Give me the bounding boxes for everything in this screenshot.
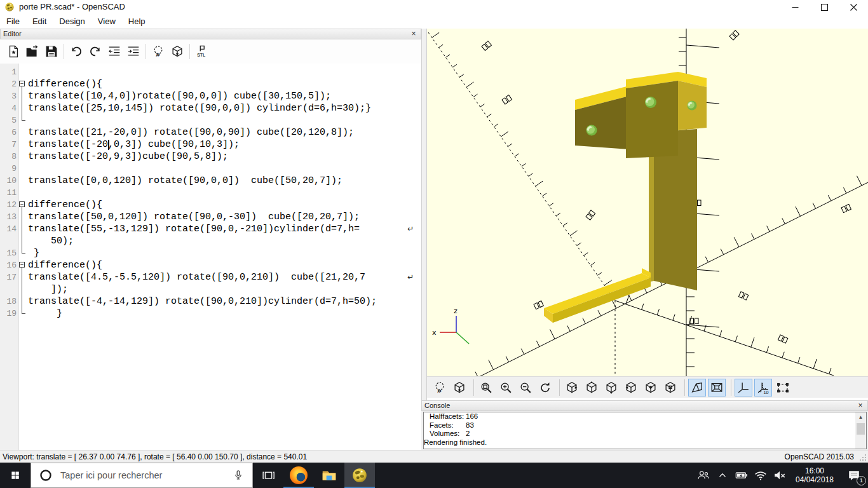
code-line[interactable]: ]); xyxy=(0,283,421,295)
view-back-button[interactable] xyxy=(661,379,679,396)
text-caret xyxy=(108,140,109,150)
menu-design[interactable]: Design xyxy=(53,14,91,29)
code-line[interactable]: 50); xyxy=(0,235,421,247)
code-line[interactable]: 17translate([4.5,-5.5,120]) rotate([90,0… xyxy=(0,271,421,283)
editor-close-icon[interactable]: × xyxy=(409,29,418,39)
line-number: 18 xyxy=(0,295,17,308)
fold-marker[interactable]: − xyxy=(19,201,25,207)
battery-icon[interactable] xyxy=(733,463,750,488)
microphone-icon[interactable] xyxy=(232,468,245,482)
people-icon[interactable] xyxy=(695,463,712,488)
unindent-button[interactable] xyxy=(105,42,124,61)
reset-view-button[interactable] xyxy=(536,379,554,396)
scrollbar-thumb[interactable] xyxy=(857,423,865,435)
openscad-window: porte PR.scad* - OpenSCAD FileEditDesign… xyxy=(0,0,868,488)
preview-button[interactable]: » xyxy=(149,42,168,61)
code-line[interactable]: 8translate([-20,9,3])cube([90,5,8]); xyxy=(0,151,421,163)
fold-guide-line xyxy=(22,207,22,253)
menu-view[interactable]: View xyxy=(92,14,122,29)
code-line[interactable]: 14translate([55,-13,129]) rotate([90,0,-… xyxy=(0,223,421,235)
start-button[interactable] xyxy=(0,463,31,488)
show-scale-markers-button[interactable]: 10 xyxy=(754,379,772,396)
code-line[interactable]: 12difference(){ xyxy=(0,199,421,211)
undo-button[interactable] xyxy=(67,42,86,61)
render-button[interactable] xyxy=(168,42,187,61)
volume-muted-icon[interactable] xyxy=(771,463,788,488)
zoom-all-button[interactable] xyxy=(477,379,495,396)
toolbar-separator xyxy=(189,44,190,59)
console-close-icon[interactable]: × xyxy=(856,401,865,410)
close-button[interactable] xyxy=(839,0,868,14)
3d-viewport[interactable]: zx xyxy=(427,29,868,376)
editor-panel-header[interactable]: Editor × xyxy=(0,29,421,39)
code-line[interactable]: 2difference(){ xyxy=(0,78,421,90)
menu-file[interactable]: File xyxy=(0,14,26,29)
fold-marker[interactable]: − xyxy=(19,81,25,86)
taskbar-search-box[interactable]: Taper ici pour rechercher xyxy=(31,463,253,488)
code-editor[interactable]: 12difference(){3translate([10,4,0])rotat… xyxy=(0,64,421,450)
open-file-button[interactable] xyxy=(23,42,42,61)
view-left-button[interactable] xyxy=(622,379,640,396)
export-stl-button[interactable]: STL xyxy=(193,42,212,61)
render-button[interactable] xyxy=(451,379,468,396)
console-panel-header[interactable]: Console × xyxy=(421,400,868,411)
view-right-button[interactable] xyxy=(563,379,581,396)
save-file-button[interactable] xyxy=(42,42,61,61)
code-line[interactable]: 15 } xyxy=(0,247,421,259)
view-orthogonal-button[interactable] xyxy=(708,379,726,396)
wifi-icon[interactable] xyxy=(752,463,769,488)
view-all-button[interactable] xyxy=(774,379,792,396)
redo-button[interactable] xyxy=(86,42,105,61)
code-line[interactable]: 3translate([10,4,0])rotate([90,0,0]) cub… xyxy=(0,90,421,102)
code-line[interactable]: 16difference(){ xyxy=(0,259,421,271)
3d-render[interactable]: zx xyxy=(427,29,868,376)
code-line[interactable]: 13translate([50,0,120]) rotate([90,0,-30… xyxy=(0,211,421,223)
line-number: 9 xyxy=(0,163,17,175)
indent-button[interactable] xyxy=(124,42,143,61)
code-line[interactable]: 4translate([25,10,145]) rotate([90,0,0])… xyxy=(0,102,421,114)
new-file-button[interactable] xyxy=(4,42,23,61)
view-top-button[interactable] xyxy=(583,379,600,396)
view-bottom-button[interactable] xyxy=(602,379,620,396)
console-panel: Console × Halffacets:166Facets:83Volumes… xyxy=(421,400,868,450)
console-scrollbar[interactable]: ▲ ▼ xyxy=(855,412,866,449)
scroll-up-icon[interactable]: ▲ xyxy=(855,412,866,422)
minimize-button[interactable] xyxy=(780,0,810,14)
task-view-button[interactable] xyxy=(253,463,283,488)
menu-help[interactable]: Help xyxy=(122,14,152,29)
code-line[interactable]: 10translate([0,0,120]) rotate([90,0,0]) … xyxy=(0,175,421,187)
chevron-up-icon[interactable] xyxy=(714,463,731,488)
openscad-taskbar-button[interactable] xyxy=(344,463,375,488)
code-line[interactable]: 6translate([21,-20,0]) rotate([90,0,90])… xyxy=(0,126,421,139)
view-front-button[interactable] xyxy=(642,379,660,396)
line-number: 5 xyxy=(0,114,17,126)
console-panel-title: Console xyxy=(424,402,450,409)
code-line[interactable]: 1 xyxy=(0,66,421,78)
editor-viewport-splitter[interactable] xyxy=(421,29,427,400)
line-number: 16 xyxy=(0,259,17,271)
firefox-taskbar-button[interactable] xyxy=(283,463,314,488)
action-center-button[interactable]: 1 xyxy=(840,463,868,488)
view-back-icon xyxy=(663,381,677,395)
zoom-in-button[interactable] xyxy=(497,379,515,396)
code-line[interactable]: 5 xyxy=(0,114,421,126)
save-file-icon xyxy=(44,44,58,58)
console-line: Facets:83 xyxy=(424,421,866,430)
preview-button[interactable]: » xyxy=(431,379,449,396)
file-explorer-button[interactable] xyxy=(314,463,344,488)
code-line[interactable]: 19 } xyxy=(0,308,421,320)
code-line[interactable]: 7translate([-20,0,3]) cube([90,10,3]); xyxy=(0,139,421,151)
resize-grip[interactable] xyxy=(859,454,867,461)
menu-edit[interactable]: Edit xyxy=(26,14,53,29)
maximize-button[interactable] xyxy=(810,0,839,14)
code-line[interactable]: 11 xyxy=(0,187,421,199)
code-line[interactable]: 18translate([-4,-14,129]) rotate([90,0,2… xyxy=(0,295,421,308)
view-perspective-button[interactable] xyxy=(688,379,706,396)
zoom-out-button[interactable] xyxy=(517,379,534,396)
new-file-icon xyxy=(6,44,20,58)
show-scale-markers-icon: 10 xyxy=(756,381,770,395)
taskbar-clock[interactable]: 16:00 04/04/2018 xyxy=(792,466,837,484)
code-line[interactable]: 9 xyxy=(0,163,421,175)
show-axes-button[interactable] xyxy=(735,379,752,396)
fold-marker[interactable]: − xyxy=(19,262,25,268)
